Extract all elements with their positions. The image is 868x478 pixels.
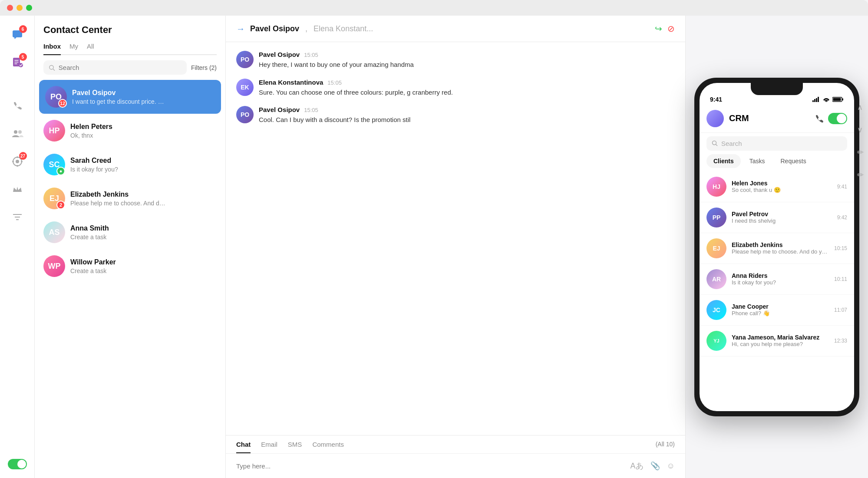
message-content-2: Elena Konstantinova 15:05 Sure. You can … [259, 79, 675, 98]
translate-icon[interactable]: Aあ [630, 461, 644, 471]
message-content-1: Pavel Osipov 15:05 Hey there, I want to … [259, 51, 675, 70]
phone-frame: 9:41 [694, 78, 859, 416]
edit-icon-1[interactable]: ✏ [857, 148, 864, 157]
phone-search-bar[interactable]: Search [706, 136, 847, 151]
availability-toggle[interactable] [8, 459, 27, 469]
phone-name-yana-jameson: Yana Jameson, Maria Salvarez [732, 334, 829, 341]
sidebar-item-automation[interactable]: 27 [7, 151, 28, 172]
svg-rect-17 [814, 99, 815, 102]
svg-point-24 [713, 141, 716, 145]
tab-inbox[interactable]: Inbox [43, 43, 61, 54]
svg-rect-19 [818, 97, 819, 102]
phone-tab-tasks[interactable]: Tasks [743, 154, 772, 168]
contact-panel-header: Contact Center Inbox My All [35, 16, 225, 60]
contact-info-helen-peters: Helen Peters Ok, thnx [70, 123, 217, 139]
tab-my[interactable]: My [69, 43, 78, 54]
contact-item-sarah[interactable]: SC ● Sarah Creed Is it okay for you? [35, 148, 225, 181]
avatar-badge-pavel: 12 [58, 99, 67, 108]
sidebar-item-phone[interactable] [7, 96, 28, 116]
message-text-2: Sure. You can choose one of three colour… [259, 88, 675, 98]
panel-title: Contact Center [43, 24, 217, 36]
contact-name-helen-peters: Helen Peters [70, 123, 217, 131]
maximize-button[interactable] [26, 5, 32, 11]
phone-contact-elizabeth-jenkins[interactable]: EJ Elizabeth Jenkins Please help me to c… [700, 233, 854, 264]
chat-tab-sms[interactable]: SMS [288, 435, 302, 453]
phone-name-jane-cooper: Jane Cooper [732, 303, 829, 310]
contact-item-willow[interactable]: WP Willow Parker Create a task [35, 249, 225, 283]
message-avatar-3: PO [236, 106, 254, 123]
contact-item-anna-smith[interactable]: AS Anna Smith Create a task [35, 215, 225, 249]
filter-button[interactable]: Filters (2) [191, 64, 217, 71]
contact-item-elizabeth[interactable]: EJ 2 Elizabeth Jenkins Please help me to… [35, 181, 225, 215]
message-header-3: Pavel Osipov 15:05 [259, 106, 675, 113]
minimize-button[interactable] [17, 5, 23, 11]
phone-contact-pavel-petrov[interactable]: PP Pavel Petrov I need ths shelvig 9:42 [700, 202, 854, 233]
phone-info-jane-cooper: Jane Cooper Phone call? 👋 [732, 303, 829, 316]
avatar-helen-peters: HP [43, 120, 65, 142]
contact-info-willow: Willow Parker Create a task [70, 258, 217, 274]
phone-header-icons [814, 113, 847, 124]
block-icon[interactable]: ⊘ [667, 23, 675, 34]
phone-notch [751, 83, 803, 95]
sidebar-item-filters[interactable] [7, 207, 28, 227]
message-1: PO Pavel Osipov 15:05 Hey there, I want … [236, 51, 675, 70]
sidebar-item-premium[interactable] [7, 179, 28, 200]
phone-contact-jane-cooper[interactable]: JC Jane Cooper Phone call? 👋 11:07 [700, 295, 854, 326]
sidebar-item-tasks[interactable]: 5 [7, 52, 28, 73]
phone-info-pavel-petrov: Pavel Petrov I need ths shelvig [732, 211, 832, 224]
contact-info-pavel: Pavel Osipov I want to get the discount … [72, 89, 215, 105]
contact-info-anna-smith: Anna Smith Create a task [70, 224, 217, 241]
contact-preview-anna-smith: Create a task [70, 234, 166, 241]
phone-preview-helen-jones: So cool, thank u 🙂 [732, 187, 832, 193]
svg-rect-16 [812, 100, 814, 102]
avatar-wrap-elizabeth: EJ 2 [43, 188, 65, 209]
phone-time-helen-jones: 9:41 [837, 184, 847, 190]
message-time-3: 15:05 [304, 107, 318, 113]
attachment-icon[interactable]: 📎 [650, 461, 660, 471]
share-icon[interactable]: ↪ [655, 23, 662, 34]
close-button[interactable] [7, 5, 13, 11]
phone-time-jane-cooper: 11:07 [834, 307, 847, 313]
phone-contact-helen-jones[interactable]: HJ Helen Jones So cool, thank u 🙂 9:41 [700, 171, 854, 202]
phone-tab-requests[interactable]: Requests [773, 154, 813, 168]
signal-icon [812, 97, 820, 102]
chat-tab-comments[interactable]: Comments [312, 435, 344, 453]
svg-point-2 [19, 63, 23, 67]
contact-item-helen-peters[interactable]: HP Helen Peters Ok, thnx [35, 114, 225, 148]
contact-preview-willow: Create a task [70, 267, 166, 274]
chat-input-field[interactable] [236, 462, 625, 470]
chat-header-actions: ↪ ⊘ [655, 23, 675, 34]
contact-search-input[interactable] [59, 64, 182, 71]
chat-tab-email[interactable]: Email [261, 435, 277, 453]
tab-all[interactable]: All [87, 43, 94, 54]
phone-time: 9:41 [710, 96, 722, 103]
avatar-wrap-willow: WP [43, 255, 65, 277]
svg-point-4 [18, 130, 22, 134]
phone-toggle[interactable] [828, 113, 847, 124]
phone-contact-yana-jameson[interactable]: YJ Yana Jameson, Maria Salvarez Hi, can … [700, 326, 854, 356]
edit-icon-2[interactable]: ✏ [857, 170, 864, 180]
emoji-icon[interactable]: ☺ [667, 462, 675, 471]
contact-search-wrap[interactable] [43, 60, 187, 75]
message-header-1: Pavel Osipov 15:05 [259, 51, 675, 58]
sidebar-item-chat[interactable]: 6 [7, 24, 28, 45]
chat-tab-chat[interactable]: Chat [236, 435, 251, 453]
chat-tab-all: (All 10) [656, 435, 675, 453]
phone-name-elizabeth-jenkins: Elizabeth Jenkins [732, 241, 829, 248]
phone-call-icon[interactable] [814, 114, 824, 123]
avatar-badge-sarah: ● [56, 167, 65, 175]
resize-handle-up[interactable]: ∧ [857, 102, 864, 112]
phone-tab-clients[interactable]: Clients [706, 154, 741, 168]
wifi-icon [823, 97, 830, 102]
phone-contact-anna-riders[interactable]: AR Anna Riders Is it okay for you? 10:11 [700, 264, 854, 295]
resize-handle-down[interactable]: ∨ [857, 125, 864, 135]
battery-icon [832, 97, 844, 102]
contact-name-pavel: Pavel Osipov [72, 89, 215, 97]
phone-avatar-elizabeth-jenkins: EJ [706, 238, 726, 258]
contact-item-pavel[interactable]: PO 12 Pavel Osipov I want to get the dis… [39, 80, 221, 114]
svg-rect-22 [833, 98, 841, 101]
automation-badge: 27 [19, 152, 27, 160]
sidebar-item-contacts[interactable] [7, 123, 28, 144]
contact-preview-pavel: I want to get the discount price. When d… [72, 98, 168, 105]
phone-search-label: Search [721, 140, 742, 147]
